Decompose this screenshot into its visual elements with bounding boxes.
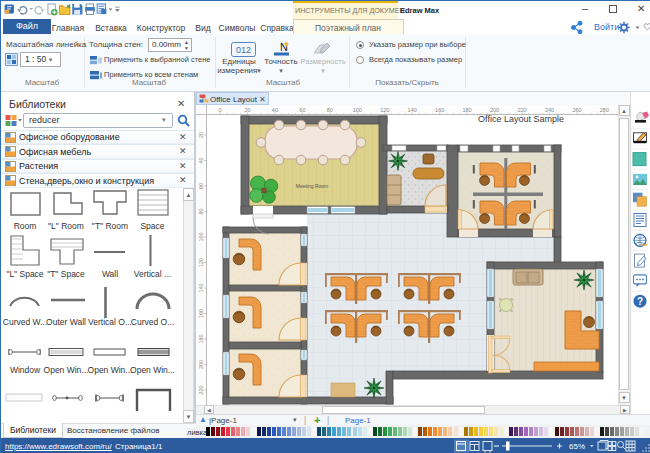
svg-text:160: 160 [435,107,444,113]
svg-text:?: ? [637,296,643,307]
svg-text:Curved W...: Curved W... [3,317,47,327]
svg-text:"T" Space: "T" Space [47,269,85,279]
svg-text:40: 40 [198,157,204,163]
svg-text:Office Layout Sample: Office Layout Sample [478,115,564,124]
svg-text:"L" Space: "L" Space [6,269,43,279]
svg-text:60: 60 [198,183,204,189]
svg-text:Outer Wall: Outer Wall [46,317,86,327]
svg-text:60: 60 [299,107,305,113]
svg-text:65%: 65% [569,442,585,451]
svg-text:Room: Room [14,221,37,231]
svg-text:Curved O...: Curved O... [131,317,174,327]
svg-text:260: 260 [572,107,581,113]
svg-text:80: 80 [327,107,333,113]
svg-text:Window: Window [10,365,41,375]
svg-text:40: 40 [272,107,278,113]
svg-text:180: 180 [198,334,204,343]
svg-text:240: 240 [545,107,554,113]
svg-text:Vertical ...: Vertical ... [134,269,171,279]
svg-text:220: 220 [198,385,204,394]
svg-text:180: 180 [463,107,472,113]
svg-text:012: 012 [236,45,251,55]
svg-text:160: 160 [198,309,204,318]
svg-text:0: 0 [218,107,221,113]
svg-text:"L" Room: "L" Room [48,221,84,231]
svg-text:Space: Space [140,221,164,231]
svg-text:Open Win...: Open Win... [88,365,133,375]
svg-text:80: 80 [198,208,204,214]
svg-text:Vertical O...: Vertical O... [88,317,132,327]
svg-text:140: 140 [408,107,417,113]
svg-text:200: 200 [490,107,499,113]
svg-text:120: 120 [380,107,389,113]
svg-text:200: 200 [198,360,204,369]
svg-text:20: 20 [244,107,250,113]
svg-text:Open Win...: Open Win... [44,365,89,375]
svg-text:280: 280 [600,107,609,113]
svg-text:100: 100 [353,107,362,113]
svg-text:Meeting Room: Meeting Room [296,183,329,189]
svg-text:220: 220 [518,107,527,113]
svg-text:20: 20 [198,132,204,138]
svg-text:140: 140 [198,283,204,292]
svg-text:Wall: Wall [102,269,118,279]
svg-text:Open Win...: Open Win... [130,365,175,375]
svg-text:"T" Room: "T" Room [92,221,128,231]
svg-text:100: 100 [198,232,204,241]
svg-text:120: 120 [198,258,204,267]
